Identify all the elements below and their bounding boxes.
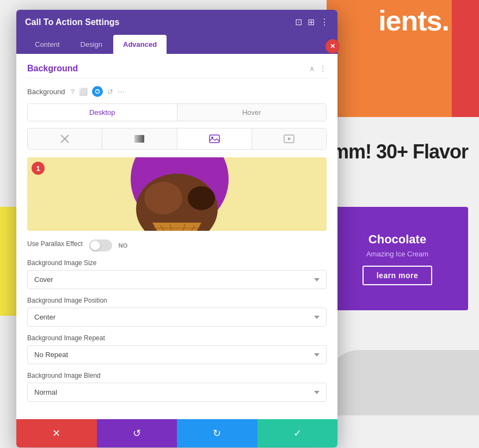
header-icons: ⊡ ⊞ ⋮ [295,18,329,27]
repeat-label: Background Image Repeat [27,334,327,342]
help-icon[interactable]: ? [70,88,74,96]
bg-none-tab[interactable] [28,128,102,149]
sync-icon[interactable] [92,86,103,97]
desktop-tab[interactable]: Desktop [28,104,177,121]
yellow-strip [0,207,16,316]
bg-label: Background [27,88,65,96]
position-label: Background Image Position [27,297,327,304]
tab-content[interactable]: Content [25,35,70,54]
card-title: Chocolate [369,232,426,247]
position-select[interactable]: Center Top Left Top Center Top Right Cen… [27,308,327,327]
parallax-label: Use Parallax Effect [27,240,83,248]
modal-body: Background ∧ ⋮ Background ? ⬜ ↺ ⋯ [16,54,337,419]
section-menu-icon[interactable]: ⋮ [319,64,327,73]
undo-button[interactable]: ↺ [97,419,177,447]
redo-icon: ↻ [213,427,221,439]
svg-rect-4 [210,135,219,143]
bg-video-tab[interactable] [252,128,326,149]
bg-heading: ients. [378,4,449,37]
size-field: Background Image Size Cover Contain Auto [27,259,327,289]
toggle-knob [90,241,100,250]
card-subtitle: Amazing Ice Cream [366,250,428,258]
repeat-field: Background Image Repeat No Repeat Repeat… [27,334,327,364]
parallax-toggle-label: NO [119,242,128,249]
preview-badge: 1 [32,162,45,175]
modal-title: Call To Action Settings [25,17,119,27]
save-icon: ✓ [293,427,302,439]
parallax-toggle[interactable] [89,240,112,251]
tab-design[interactable]: Design [71,35,112,54]
position-field: Background Image Position Center Top Lef… [27,297,327,327]
settings-modal: Call To Action Settings ⊡ ⊞ ⋮ Content De… [16,10,337,447]
size-select[interactable]: Cover Contain Auto [27,270,327,289]
reset-icon[interactable]: ↺ [107,88,113,96]
redo-button[interactable]: ↻ [177,419,257,447]
desktop-icon[interactable]: ⬜ [79,88,88,96]
close-button[interactable]: ✕ [326,39,340,53]
repeat-select[interactable]: No Repeat Repeat Repeat X Repeat Y [27,345,327,364]
parallax-row: Use Parallax Effect NO [27,240,327,251]
device-tabs: Desktop Hover [27,103,327,121]
collapse-icon[interactable]: ∧ [309,64,315,73]
svg-rect-3 [134,135,144,143]
cancel-icon: ✕ [52,427,60,439]
bg-type-tabs [27,128,327,150]
bg-gradient-tab[interactable] [102,128,177,149]
svg-point-12 [188,186,215,210]
blend-field: Background Image Blend Normal Multiply S… [27,372,327,402]
restore-icon[interactable]: ⊡ [295,18,302,27]
bg-controls: ? ⬜ ↺ ⋯ [70,86,124,97]
hover-tab[interactable]: Hover [177,104,327,121]
image-preview: 1 [27,157,327,231]
more-options-icon[interactable]: ⋯ [118,88,125,96]
undo-icon: ↺ [133,427,141,439]
blend-label: Background Image Blend [27,372,327,379]
svg-marker-7 [288,137,291,140]
modal-tabs: Content Design Advanced [16,35,337,54]
section-header: Background ∧ ⋮ [27,64,327,78]
purple-card: Chocolate Amazing Ice Cream learn more [327,207,468,310]
cancel-button[interactable]: ✕ [16,419,97,447]
svg-point-11 [144,182,182,214]
more-icon[interactable]: ⋮ [320,18,329,27]
bg-image-tab[interactable] [177,128,252,149]
tab-advanced[interactable]: Advanced [113,35,167,54]
modal-footer: ✕ ↺ ↻ ✓ [16,419,337,447]
size-label: Background Image Size [27,259,327,267]
section-controls: ∧ ⋮ [309,64,327,73]
learn-more-button[interactable]: learn more [363,266,433,285]
expand-icon[interactable]: ⊞ [308,18,315,27]
save-button[interactable]: ✓ [257,419,338,447]
modal-header: Call To Action Settings ⊡ ⊞ ⋮ [16,10,337,35]
section-title: Background [27,64,78,73]
red-strip [452,0,479,117]
gray-wave [327,350,479,415]
flavor-text: mm! 30+ Flavor [331,140,468,163]
blend-select[interactable]: Normal Multiply Screen Overlay Darken Li… [27,383,327,402]
background-label-row: Background ? ⬜ ↺ ⋯ [27,86,327,97]
